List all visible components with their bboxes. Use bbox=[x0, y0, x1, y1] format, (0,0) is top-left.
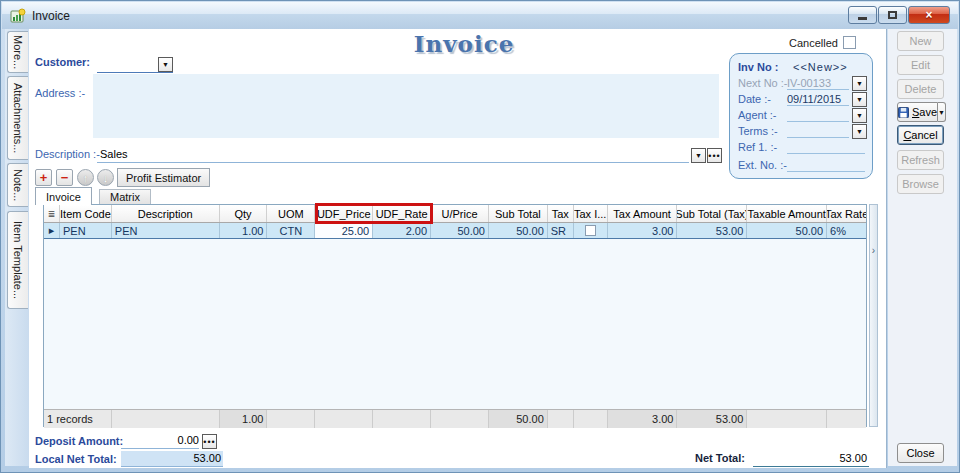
cell-taxable-amount[interactable]: 50.00 bbox=[747, 223, 827, 238]
local-net-total-label: Local Net Total: bbox=[35, 453, 117, 465]
row-indicator-icon: ▸ bbox=[49, 224, 55, 237]
invoice-line-grid: ≣ Item Code Description Qty UOM UDF_Pric… bbox=[43, 204, 867, 427]
col-tax[interactable]: Tax bbox=[548, 205, 574, 222]
date-dropdown-icon[interactable]: ▼ bbox=[852, 92, 867, 107]
window-title: Invoice bbox=[32, 9, 70, 23]
footer-tax-amount: 3.00 bbox=[608, 410, 678, 428]
minimize-button[interactable] bbox=[848, 6, 877, 24]
col-tax-inclusive[interactable]: Tax I... bbox=[574, 205, 608, 222]
save-dropdown-icon[interactable]: ▼ bbox=[938, 102, 946, 122]
cell-u-price[interactable]: 50.00 bbox=[431, 223, 489, 238]
terms-dropdown-icon[interactable]: ▼ bbox=[852, 124, 867, 139]
col-sub-total-tax[interactable]: Sub Total (Tax) bbox=[677, 205, 747, 222]
cell-tax[interactable]: SR bbox=[548, 223, 574, 238]
ref1-label: Ref 1. :- bbox=[738, 141, 777, 153]
description-dropdown-icon[interactable]: ▼ bbox=[691, 148, 706, 163]
cancel-button[interactable]: Cancel bbox=[897, 125, 944, 145]
sidebar-tab-more[interactable]: More... bbox=[7, 31, 28, 73]
side-tab-strip: More... Attachments... Note... Item Temp… bbox=[5, 29, 29, 466]
inv-no-value: <<New>> bbox=[793, 61, 855, 73]
col-sub-total[interactable]: Sub Total bbox=[489, 205, 548, 222]
customer-dropdown-icon[interactable]: ▼ bbox=[158, 57, 173, 72]
date-label: Date :- bbox=[738, 93, 771, 105]
customer-combobox[interactable]: ▼ bbox=[97, 57, 173, 73]
deposit-amount-label: Deposit Amount: bbox=[35, 435, 123, 447]
splitter-expand-icon[interactable]: › bbox=[872, 245, 875, 426]
move-down-button[interactable]: ↓ bbox=[97, 169, 114, 186]
save-button[interactable]: Save bbox=[897, 102, 938, 122]
close-window-button[interactable]: × bbox=[908, 6, 950, 24]
cell-udf-rate[interactable]: 2.00 bbox=[373, 223, 431, 238]
profit-estimator-button[interactable]: Profit Estimator bbox=[117, 168, 210, 187]
cancelled-label: Cancelled bbox=[789, 37, 838, 49]
date-value[interactable]: 09/11/2015 bbox=[787, 93, 849, 105]
col-item-code[interactable]: Item Code bbox=[60, 205, 112, 222]
cancelled-checkbox[interactable] bbox=[843, 36, 856, 49]
page-title: Invoice bbox=[384, 30, 544, 57]
cell-item-code[interactable]: PEN bbox=[60, 223, 112, 238]
cell-uom[interactable]: CTN bbox=[267, 223, 315, 238]
col-tax-amount[interactable]: Tax Amount bbox=[608, 205, 678, 222]
titlebar[interactable]: Invoice × bbox=[2, 2, 958, 29]
close-button[interactable]: Close bbox=[897, 443, 944, 463]
new-button[interactable]: New bbox=[897, 31, 944, 51]
net-total-underline bbox=[753, 466, 869, 467]
remove-row-button[interactable]: − bbox=[56, 169, 73, 186]
col-tax-rate[interactable]: Tax Rate bbox=[827, 205, 866, 222]
address-label: Address :- bbox=[35, 87, 85, 99]
cell-udf-price[interactable]: 25.00 bbox=[315, 223, 373, 238]
customer-label: Customer: bbox=[35, 56, 90, 68]
description-label: Description :- bbox=[35, 148, 100, 160]
invoice-window: Invoice × More... Attachments... Note...… bbox=[0, 0, 960, 473]
deposit-ellipsis-button[interactable]: ••• bbox=[202, 434, 217, 449]
edit-button[interactable]: Edit bbox=[897, 55, 944, 75]
grid-splitter[interactable]: › bbox=[869, 204, 878, 427]
refresh-button[interactable]: Refresh bbox=[897, 150, 944, 170]
tab-matrix[interactable]: Matrix bbox=[99, 189, 151, 205]
description-value[interactable]: Sales bbox=[100, 148, 128, 160]
cell-tax-rate[interactable]: 6% bbox=[827, 223, 866, 238]
table-row[interactable]: ▸ PEN PEN 1.00 CTN 25.00 2.00 50.00 50.0… bbox=[44, 223, 866, 239]
maximize-button[interactable] bbox=[878, 6, 907, 24]
sidebar-tab-note[interactable]: Note... bbox=[7, 163, 28, 207]
cell-description[interactable]: PEN bbox=[112, 223, 220, 238]
footer-sub-total-tax: 53.00 bbox=[677, 410, 747, 428]
col-uom[interactable]: UOM bbox=[267, 205, 315, 222]
col-u-price[interactable]: U/Price bbox=[431, 205, 489, 222]
tax-inclusive-checkbox[interactable] bbox=[585, 225, 596, 236]
action-button-panel: New Edit Delete Save ▼ Cancel Refresh Br… bbox=[888, 29, 957, 466]
agent-label: Agent :- bbox=[738, 109, 777, 121]
invoice-info-panel: Inv No : <<New>> Next No :- IV-00133 ▼ D… bbox=[729, 53, 873, 179]
sidebar-tab-attachments[interactable]: Attachments... bbox=[7, 76, 28, 160]
col-qty[interactable]: Qty bbox=[220, 205, 268, 222]
sidebar-tab-item-template[interactable]: Item Template... bbox=[7, 211, 28, 309]
cell-sub-total-tax[interactable]: 53.00 bbox=[677, 223, 747, 238]
delete-button[interactable]: Delete bbox=[897, 79, 944, 99]
browse-button[interactable]: Browse bbox=[897, 174, 944, 194]
cell-sub-total[interactable]: 50.00 bbox=[489, 223, 548, 238]
cell-qty[interactable]: 1.00 bbox=[220, 223, 268, 238]
add-row-button[interactable]: + bbox=[35, 169, 52, 186]
local-net-total-value: 53.00 bbox=[121, 451, 223, 467]
ext-no-label: Ext. No. :- bbox=[738, 159, 787, 171]
description-ellipsis-button[interactable]: ••• bbox=[707, 148, 722, 163]
col-udf-rate[interactable]: UDF_Rate bbox=[373, 205, 431, 222]
description-field[interactable] bbox=[97, 147, 689, 163]
col-description[interactable]: Description bbox=[112, 205, 220, 222]
move-up-button[interactable]: ↑ bbox=[77, 169, 94, 186]
agent-dropdown-icon[interactable]: ▼ bbox=[852, 108, 867, 123]
net-total-label: Net Total: bbox=[695, 452, 745, 464]
cell-tax-amount[interactable]: 3.00 bbox=[608, 223, 678, 238]
col-udf-price[interactable]: UDF_Price bbox=[315, 205, 373, 222]
tab-invoice[interactable]: Invoice bbox=[35, 187, 92, 205]
grid-selector-icon[interactable]: ≣ bbox=[48, 209, 56, 219]
next-no-value: IV-00133 bbox=[787, 77, 849, 89]
footer-qty-total: 1.00 bbox=[220, 410, 268, 428]
save-button-label: Save bbox=[912, 106, 937, 118]
col-taxable-amount[interactable]: Taxable Amount bbox=[747, 205, 827, 222]
footer-sub-total: 50.00 bbox=[489, 410, 548, 428]
next-no-dropdown-icon[interactable]: ▼ bbox=[852, 76, 867, 91]
inv-no-label: Inv No : bbox=[738, 61, 778, 73]
address-field[interactable] bbox=[93, 74, 719, 138]
deposit-amount-field[interactable]: 0.00 bbox=[121, 434, 199, 449]
